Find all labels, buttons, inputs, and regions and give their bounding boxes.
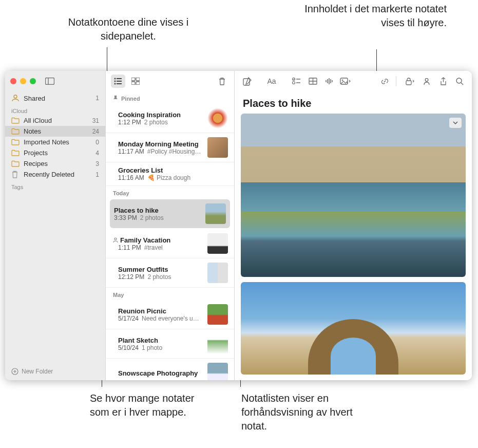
new-folder-label: New Folder xyxy=(22,368,53,375)
svg-point-10 xyxy=(114,83,116,84)
sidebar-section-icloud: iCloud xyxy=(5,104,105,115)
gallery-view-button[interactable] xyxy=(128,74,143,88)
note-list-item[interactable]: Summer Outfits12:12 PM2 photos xyxy=(106,258,234,288)
notes-app-window: Shared 1 iCloud All iCloud31Notes24Impor… xyxy=(5,71,472,380)
svg-point-34 xyxy=(456,78,462,83)
note-item-subtitle: 11:16 AM🍕 Pizza dough xyxy=(118,174,228,181)
svg-rect-11 xyxy=(117,83,122,84)
note-item-thumbnail xyxy=(207,137,228,158)
note-item-title: Snowscape Photography xyxy=(118,369,198,377)
svg-line-35 xyxy=(461,83,463,85)
note-item-subtitle: 11:17 AM#Policy #Housing… xyxy=(118,148,202,155)
search-button[interactable] xyxy=(452,74,467,88)
sidebar-item-all-icloud[interactable]: All iCloud31 xyxy=(5,115,105,126)
folder-icon xyxy=(11,139,20,145)
note-list-item[interactable]: Monday Morning Meeting11:17 AM#Policy #H… xyxy=(106,133,234,162)
pin-icon xyxy=(113,96,118,102)
link-button[interactable] xyxy=(377,74,392,88)
note-item-subtitle: 12:12 PM2 photos xyxy=(118,273,202,281)
note-item-title: Family Vacation xyxy=(120,236,170,244)
note-list-item[interactable]: Snowscape Photography xyxy=(106,359,234,380)
sidebar-toggle-button[interactable] xyxy=(45,78,54,85)
note-item-thumbnail xyxy=(207,363,228,380)
format-button[interactable]: Aa xyxy=(264,74,279,88)
folder-icon xyxy=(11,160,20,167)
note-list-item[interactable]: Plant Sketch5/10/241 photo xyxy=(106,329,234,359)
callout-top-left: Notatkontoene dine vises i sidepanelet. xyxy=(62,15,195,43)
sidebar-item-recently-deleted[interactable]: Recently Deleted1 xyxy=(5,169,105,180)
note-list-item[interactable]: Cooking Inspiration1:12 PM2 photos xyxy=(106,104,234,133)
note-image-2[interactable] xyxy=(241,282,466,375)
sidebar-shared[interactable]: Shared 1 xyxy=(5,92,105,104)
note-list: PinnedCooking Inspiration1:12 PM2 photos… xyxy=(106,71,235,380)
sidebar-item-count: 3 xyxy=(95,160,99,167)
callout-top-right: Innholdet i det markerte notatet vises t… xyxy=(303,2,447,30)
lock-button[interactable] xyxy=(403,74,417,88)
note-list-item[interactable]: Places to hike3:33 PM2 photos xyxy=(110,199,230,228)
collaborate-button[interactable] xyxy=(419,74,434,88)
svg-rect-12 xyxy=(131,78,135,81)
share-button[interactable] xyxy=(436,74,450,88)
note-item-title: Cooking Inspiration xyxy=(118,111,181,119)
list-view-button[interactable] xyxy=(111,74,125,88)
sidebar-item-label: Recipes xyxy=(24,160,48,167)
close-window-button[interactable] xyxy=(10,78,16,84)
new-folder-button[interactable]: New Folder xyxy=(5,363,105,380)
note-item-title: Places to hike xyxy=(114,207,159,214)
svg-point-18 xyxy=(292,78,295,81)
svg-rect-13 xyxy=(136,78,140,81)
note-item-title: Summer Outfits xyxy=(118,266,168,273)
sidebar-item-count: 31 xyxy=(92,117,99,124)
note-title[interactable]: Places to hike xyxy=(235,91,472,114)
note-image-1[interactable] xyxy=(241,114,466,277)
note-item-subtitle: 1:11 PM#travel xyxy=(118,244,202,251)
checklist-button[interactable] xyxy=(289,74,303,88)
note-item-thumbnail xyxy=(207,108,228,128)
notelist-toolbar xyxy=(106,71,234,91)
svg-rect-14 xyxy=(131,82,135,85)
sidebar-item-projects[interactable]: Projects4 xyxy=(5,147,105,158)
folder-icon xyxy=(11,117,20,124)
svg-rect-32 xyxy=(406,81,411,85)
folder-icon xyxy=(11,128,20,135)
notelist-section-header: May xyxy=(106,288,234,300)
window-controls xyxy=(10,78,36,84)
svg-rect-15 xyxy=(136,82,140,85)
sidebar-section-tags: Tags xyxy=(5,180,105,191)
svg-point-16 xyxy=(114,238,117,240)
note-content: Aa xyxy=(235,71,472,380)
image-menu-button[interactable] xyxy=(449,118,462,128)
minimize-window-button[interactable] xyxy=(20,78,26,84)
note-item-thumbnail xyxy=(207,263,228,283)
media-button[interactable] xyxy=(338,74,353,88)
note-list-item[interactable]: Family Vacation1:11 PM#travel xyxy=(106,229,234,258)
sidebar-item-label: Recently Deleted xyxy=(24,171,74,178)
zoom-window-button[interactable] xyxy=(30,78,36,84)
note-item-thumbnail xyxy=(207,233,228,254)
callout-bottom-right: Notatlisten viser en forhåndsvisning av … xyxy=(241,391,380,433)
sidebar-item-label: Notes xyxy=(24,127,41,135)
sidebar-item-notes[interactable]: Notes24 xyxy=(5,126,105,137)
sidebar-item-count: 4 xyxy=(95,150,99,157)
note-body[interactable] xyxy=(235,114,472,380)
notelist-section-header: Today xyxy=(106,186,234,198)
compose-button[interactable] xyxy=(240,74,254,88)
note-item-subtitle: 5/10/241 photo xyxy=(118,344,202,351)
note-item-title: Reunion Picnic xyxy=(118,307,166,315)
trash-icon xyxy=(11,171,20,178)
svg-point-31 xyxy=(342,80,343,81)
sidebar-item-recipes[interactable]: Recipes3 xyxy=(5,158,105,169)
delete-note-button[interactable] xyxy=(215,74,229,88)
note-list-item[interactable]: Reunion Picnic5/17/24Need everyone's u… xyxy=(106,300,234,329)
table-button[interactable] xyxy=(305,74,320,88)
audio-button[interactable] xyxy=(322,74,336,88)
callout-bottom-left: Se hvor mange notater som er i hver mapp… xyxy=(90,391,203,419)
note-item-title: Monday Morning Meeting xyxy=(118,140,199,148)
sidebar-shared-label: Shared xyxy=(24,95,45,102)
sidebar-item-label: All iCloud xyxy=(24,117,52,124)
note-item-title: Plant Sketch xyxy=(118,337,158,344)
sidebar-item-imported-notes[interactable]: Imported Notes0 xyxy=(5,137,105,147)
note-item-subtitle: 1:12 PM2 photos xyxy=(118,119,202,126)
shared-badge-icon xyxy=(112,236,119,244)
note-list-item[interactable]: Groceries List11:16 AM🍕 Pizza dough xyxy=(106,162,234,186)
